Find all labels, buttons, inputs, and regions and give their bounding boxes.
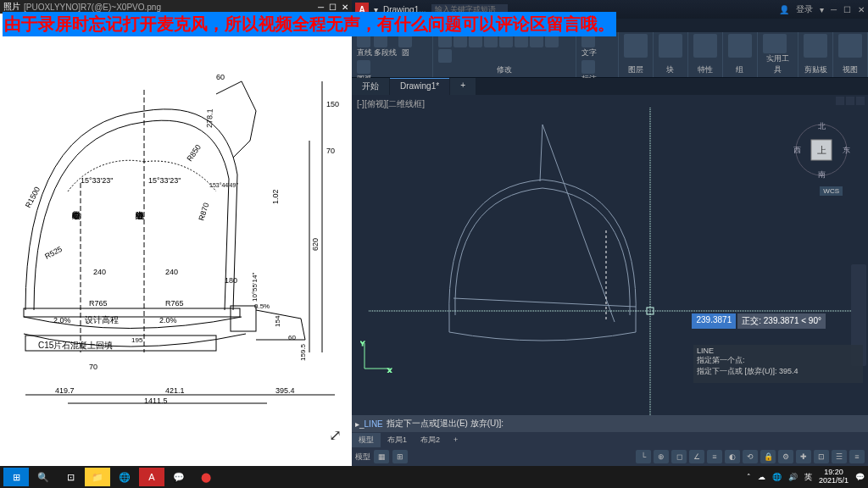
annomon-icon[interactable]: ✚ bbox=[796, 450, 811, 463]
network-icon[interactable]: 🌐 bbox=[772, 473, 782, 481]
svg-text:159.5: 159.5 bbox=[299, 343, 307, 361]
tab-layout-add[interactable]: + bbox=[447, 434, 465, 446]
osnap-icon[interactable]: ◻ bbox=[671, 450, 687, 463]
explorer-icon[interactable]: 📁 bbox=[85, 468, 110, 486]
properties-icon[interactable] bbox=[693, 34, 717, 58]
svg-text:R850: R850 bbox=[185, 143, 203, 163]
grid-icon[interactable]: ▦ bbox=[374, 450, 389, 463]
svg-text:R525: R525 bbox=[43, 245, 64, 261]
svg-text:上: 上 bbox=[817, 145, 826, 155]
dynamic-input-tooltip: 239.3871 正交: 239.3871 < 90° bbox=[692, 313, 826, 329]
svg-text:395.4: 395.4 bbox=[275, 386, 295, 395]
cloud-icon[interactable]: ☁ bbox=[758, 473, 765, 481]
close-icon[interactable]: ✕ bbox=[342, 3, 348, 12]
photo-viewer-window: 照片 [PUOXLYYNO]R7(@E)~X0PVO.png ─ ☐ ✕ bbox=[0, 0, 352, 466]
help-icon[interactable]: ▾ bbox=[820, 5, 824, 14]
svg-text:X: X bbox=[387, 367, 392, 373]
distance-value: 239.3871 bbox=[692, 313, 736, 329]
tab-start[interactable]: 开始 bbox=[352, 78, 389, 95]
group-icon[interactable] bbox=[728, 34, 752, 58]
svg-text:0.5%: 0.5% bbox=[254, 302, 270, 310]
clipboard-icon[interactable] bbox=[804, 34, 827, 58]
svg-text:421.1: 421.1 bbox=[165, 386, 185, 395]
tab-drawing1[interactable]: Drawing1* bbox=[390, 78, 449, 95]
svg-text:R1500: R1500 bbox=[24, 186, 42, 209]
command-history: LINE 指定第一个点: 指定下一点或 [放弃(U)]: 395.4 bbox=[693, 345, 863, 383]
wechat-icon[interactable]: 💬 bbox=[166, 468, 192, 486]
svg-text:2.0%: 2.0% bbox=[53, 316, 71, 324]
svg-text:Y: Y bbox=[360, 340, 365, 347]
tab-layout1[interactable]: 布局1 bbox=[381, 433, 414, 447]
svg-text:1411.5: 1411.5 bbox=[144, 396, 168, 405]
ime-indicator[interactable]: 英 bbox=[804, 472, 812, 483]
otrack-icon[interactable]: ∠ bbox=[689, 450, 704, 463]
svg-line-46 bbox=[540, 125, 542, 181]
svg-text:15°33'23": 15°33'23" bbox=[148, 176, 181, 185]
tab-add[interactable]: + bbox=[450, 78, 476, 95]
user-icon[interactable]: 👤 bbox=[779, 5, 789, 14]
layers-icon[interactable] bbox=[624, 34, 648, 58]
windows-taskbar: ⊞ 🔍 ⊡ 📁 🌐 A 💬 ⬤ ˄ ☁ 🌐 🔊 英 19:202021/5/1 … bbox=[0, 466, 868, 488]
status-model[interactable]: 模型 bbox=[355, 452, 370, 463]
polar-icon[interactable]: ⊕ bbox=[654, 450, 669, 463]
panel-draw: 直线 多段线 圆 圆弧 绘图 bbox=[352, 32, 433, 77]
view-icon[interactable] bbox=[838, 34, 862, 58]
angle-value: 正交: 239.3871 < 90° bbox=[737, 313, 826, 329]
ribbon: 直线 多段线 圆 圆弧 绘图 修改 文字 标注 注释 图层 块 特性 组 实用工… bbox=[352, 32, 868, 78]
expand-icon[interactable]: ⤢ bbox=[329, 426, 342, 445]
panel-block: 块 bbox=[654, 32, 688, 77]
system-tray: ˄ ☁ 🌐 🔊 英 19:202021/5/1 💬 bbox=[747, 469, 865, 485]
volume-icon[interactable]: 🔊 bbox=[788, 473, 798, 481]
photo-app-name: 照片 bbox=[3, 1, 20, 13]
transparency-icon[interactable]: ◐ bbox=[725, 450, 740, 463]
cmd-text: 指定下一点或[退出(E) 放弃(U)]: bbox=[387, 418, 504, 430]
taskbar-clock[interactable]: 19:202021/5/1 bbox=[819, 469, 849, 485]
block-icon[interactable] bbox=[659, 34, 682, 58]
search-icon[interactable]: 🔍 bbox=[31, 468, 56, 486]
svg-text:10°55'14": 10°55'14" bbox=[251, 273, 259, 302]
qprops-icon[interactable]: ☰ bbox=[832, 450, 847, 463]
start-button[interactable]: ⊞ bbox=[3, 468, 29, 486]
tab-model[interactable]: 模型 bbox=[352, 433, 381, 447]
tab-layout2[interactable]: 布局2 bbox=[414, 433, 447, 447]
svg-text:278.1: 278.1 bbox=[205, 108, 214, 128]
svg-text:60: 60 bbox=[288, 334, 296, 341]
photo-filename: [PUOXLYYNO]R7(@E)~X0PVO.png bbox=[24, 3, 161, 12]
annoscale-icon[interactable]: 🔒 bbox=[760, 450, 776, 463]
panel-annotation: 文字 标注 注释 bbox=[576, 32, 619, 77]
close-icon[interactable]: ✕ bbox=[858, 5, 865, 14]
record-icon[interactable]: ⬤ bbox=[193, 468, 219, 486]
svg-text:419.7: 419.7 bbox=[55, 386, 75, 395]
maximize-icon[interactable]: ☐ bbox=[843, 5, 851, 14]
login-label[interactable]: 登录 bbox=[796, 3, 813, 15]
wcs-badge[interactable]: WCS bbox=[820, 186, 843, 196]
ortho-icon[interactable]: └ bbox=[636, 450, 651, 463]
svg-text:行车道中心线: 行车道中心线 bbox=[72, 211, 81, 220]
cad-viewport[interactable]: [-][俯视][二维线框] bbox=[352, 95, 868, 415]
cmd-input[interactable] bbox=[504, 419, 865, 429]
maximize-icon[interactable]: ☐ bbox=[329, 3, 337, 12]
dim-icon[interactable] bbox=[581, 60, 595, 74]
snap-icon[interactable]: ⊞ bbox=[392, 450, 408, 463]
autocad-window: A ▾ Drawing1... 👤 登录 ▾ ─ ☐ ✕ 默认 插入 管理 输出… bbox=[352, 0, 868, 466]
array-icon[interactable] bbox=[438, 49, 452, 63]
notifications-icon[interactable]: 💬 bbox=[855, 473, 865, 481]
cmd-icon: ▸_ bbox=[355, 419, 364, 429]
customize-icon[interactable]: ≡ bbox=[849, 450, 865, 463]
utilities-icon[interactable] bbox=[763, 34, 787, 53]
autocad-taskbar-icon[interactable]: A bbox=[139, 468, 164, 486]
svg-text:153°44'49": 153°44'49" bbox=[209, 182, 238, 188]
lweight-icon[interactable]: ≡ bbox=[707, 450, 722, 463]
viewcube[interactable]: 上 北 南 东 西 bbox=[792, 120, 851, 180]
cycling-icon[interactable]: ⟲ bbox=[743, 450, 758, 463]
arc-icon[interactable] bbox=[357, 60, 370, 74]
minimize-icon[interactable]: ─ bbox=[318, 3, 324, 12]
tray-chevron-icon[interactable]: ˄ bbox=[747, 473, 751, 481]
taskview-icon[interactable]: ⊡ bbox=[58, 468, 83, 486]
units-icon[interactable]: ⊡ bbox=[814, 450, 829, 463]
edge-icon[interactable]: 🌐 bbox=[112, 468, 137, 486]
svg-text:70: 70 bbox=[326, 147, 335, 155]
workspace-icon[interactable]: ⚙ bbox=[778, 450, 793, 463]
minimize-icon[interactable]: ─ bbox=[831, 5, 837, 14]
command-line[interactable]: ▸_ LINE 指定下一点或[退出(E) 放弃(U)]: bbox=[352, 415, 868, 432]
